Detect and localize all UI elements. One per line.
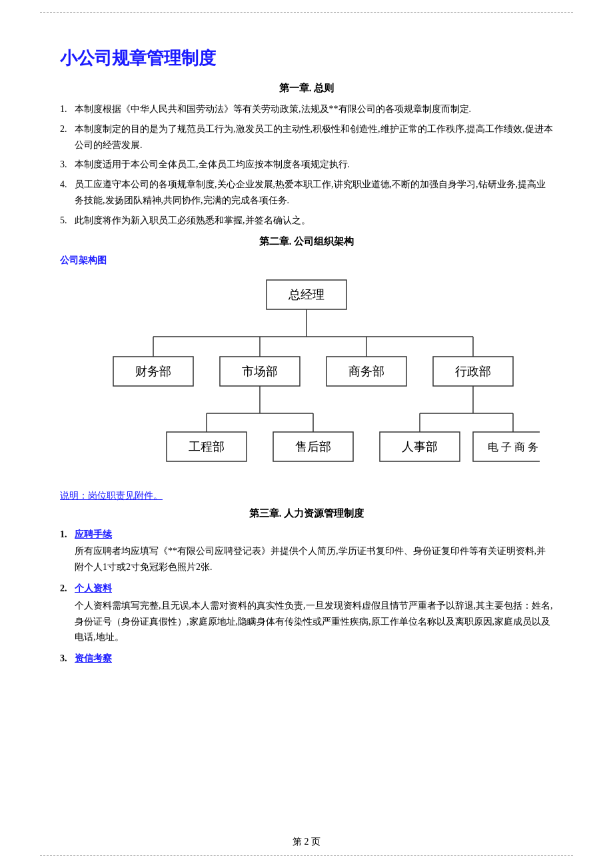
svg-text:市场部: 市场部 (242, 365, 278, 378)
list-num: 2. (60, 121, 75, 137)
svg-text:商务部: 商务部 (348, 365, 384, 378)
list-item: 2. 个人资料 个人资料需填写完整,且无误,本人需对资料的真实性负责,一旦发现资… (60, 581, 553, 645)
org-label: 公司架构图 (60, 255, 553, 267)
chapter1-list: 1. 本制度根据《中华人民共和国劳动法》等有关劳动政策,法规及**有限公司的各项… (60, 101, 553, 229)
list-item: 5. 此制度将作为新入职员工必须熟悉和掌握,并签名确认之。 (60, 213, 553, 229)
top-border (40, 12, 573, 13)
list-item: 3. 本制度适用于本公司全体员工,全体员工均应按本制度各项规定执行. (60, 157, 553, 173)
list-text: 此制度将作为新入职员工必须熟悉和掌握,并签名确认之。 (75, 213, 553, 229)
org-chart-svg: 总经理 财务部 市场部 商务部 行政部 (73, 273, 540, 480)
list-num: 1. (60, 101, 75, 117)
note-text: 说明：岗位职责见附件。 (60, 490, 553, 502)
chapter3-list: 1. 应聘手续 所有应聘者均应填写《**有限公司应聘登记表》并提供个人简历,学历… (60, 527, 553, 668)
list-content: 个人资料 个人资料需填写完整,且无误,本人需对资料的真实性负责,一旦发现资料虚假… (75, 581, 553, 645)
list-num: 1. (60, 527, 75, 543)
chapter3-title: 第三章. 人力资源管理制度 (60, 507, 553, 520)
list-content: 应聘手续 所有应聘者均应填写《**有限公司应聘登记表》并提供个人简历,学历证书复… (75, 527, 553, 575)
item-title: 应聘手续 (75, 529, 112, 539)
list-item: 1. 应聘手续 所有应聘者均应填写《**有限公司应聘登记表》并提供个人简历,学历… (60, 527, 553, 575)
list-text: 本制度根据《中华人民共和国劳动法》等有关劳动政策,法规及**有限公司的各项规章制… (75, 101, 553, 117)
list-item: 4. 员工应遵守本公司的各项规章制度,关心企业发展,热爱本职工作,讲究职业道德,… (60, 177, 553, 209)
list-item: 1. 本制度根据《中华人民共和国劳动法》等有关劳动政策,法规及**有限公司的各项… (60, 101, 553, 117)
svg-text:售后部: 售后部 (295, 440, 331, 453)
list-content: 资信考察 (75, 651, 553, 668)
list-num: 3. (60, 157, 75, 173)
list-text: 本制度适用于本公司全体员工,全体员工均应按本制度各项规定执行. (75, 157, 553, 173)
page-title: 小公司规章管理制度 (60, 47, 553, 70)
page: 小公司规章管理制度 第一章. 总则 1. 本制度根据《中华人民共和国劳动法》等有… (0, 0, 613, 868)
footer-text: 第 2 页 (293, 837, 320, 847)
svg-text:人事部: 人事部 (402, 440, 438, 453)
item-body: 个人资料需填写完整,且无误,本人需对资料的真实性负责,一旦发现资料虚假且情节严重… (75, 598, 553, 645)
item-body: 所有应聘者均应填写《**有限公司应聘登记表》并提供个人简历,学历证书复印件、身份… (75, 543, 553, 575)
page-footer: 第 2 页 (0, 836, 613, 848)
list-num: 5. (60, 213, 75, 229)
svg-text:工程部: 工程部 (189, 440, 225, 453)
list-item: 3. 资信考察 (60, 651, 553, 668)
svg-text:总经理: 总经理 (288, 288, 324, 301)
svg-text:行政部: 行政部 (455, 365, 491, 378)
chapter2-title: 第二章. 公司组织架构 (60, 235, 553, 248)
org-chart-container: 总经理 财务部 市场部 商务部 行政部 (60, 273, 553, 480)
list-num: 3. (60, 651, 75, 667)
item-title: 个人资料 (75, 583, 112, 593)
list-num: 4. (60, 177, 75, 193)
list-text: 本制度制定的目的是为了规范员工行为,激发员工的主动性,积极性和创造性,维护正常的… (75, 121, 553, 153)
svg-text:电 子 商 务: 电 子 商 务 (488, 441, 538, 453)
list-num: 2. (60, 581, 75, 597)
bottom-border (40, 855, 573, 856)
svg-text:财务部: 财务部 (135, 365, 171, 378)
chapter1-title: 第一章. 总则 (60, 82, 553, 95)
list-item: 2. 本制度制定的目的是为了规范员工行为,激发员工的主动性,积极性和创造性,维护… (60, 121, 553, 153)
list-text: 员工应遵守本公司的各项规章制度,关心企业发展,热爱本职工作,讲究职业道德,不断的… (75, 177, 553, 209)
item-title: 资信考察 (75, 653, 112, 663)
note-link[interactable]: 说明：岗位职责见附件。 (60, 491, 163, 501)
